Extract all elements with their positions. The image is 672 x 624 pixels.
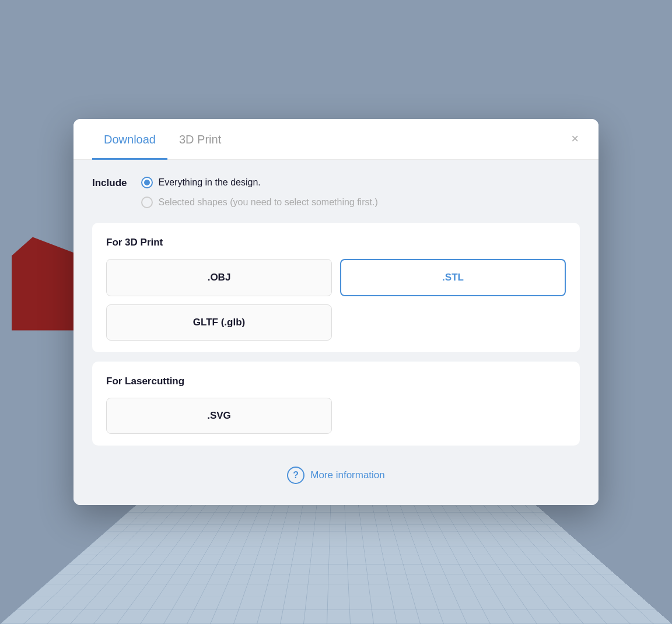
section-lasercutting-title: For Lasercutting xyxy=(106,376,566,387)
dialog-overlay: Download 3D Print × Include Everything i… xyxy=(74,119,598,506)
radio-option-everything[interactable]: Everything in the design. xyxy=(141,176,378,189)
section-3d-print: For 3D Print .OBJ .STL GLTF (.glb) xyxy=(92,223,580,352)
radio-label-everything: Everything in the design. xyxy=(159,176,261,189)
dialog-body: Include Everything in the design. Select… xyxy=(74,160,598,506)
section-lasercutting: For Lasercutting .SVG xyxy=(92,362,580,446)
include-section: Include Everything in the design. Select… xyxy=(92,176,580,209)
tab-download[interactable]: Download xyxy=(92,119,167,160)
dialog: Download 3D Print × Include Everything i… xyxy=(74,119,598,506)
format-grid-3d: .OBJ .STL GLTF (.glb) xyxy=(106,259,566,341)
format-btn-stl[interactable]: .STL xyxy=(340,259,566,296)
radio-group: Everything in the design. Selected shape… xyxy=(141,176,378,209)
format-btn-gltf[interactable]: GLTF (.glb) xyxy=(106,304,332,341)
format-btn-obj[interactable]: .OBJ xyxy=(106,259,332,296)
radio-selected[interactable] xyxy=(141,197,153,208)
format-btn-svg[interactable]: .SVG xyxy=(106,398,332,434)
radio-option-selected[interactable]: Selected shapes (you need to select some… xyxy=(141,196,378,209)
include-label: Include xyxy=(92,176,127,189)
radio-everything[interactable] xyxy=(141,177,153,188)
radio-label-selected: Selected shapes (you need to select some… xyxy=(159,196,378,209)
more-info-section[interactable]: ? More information xyxy=(92,455,580,486)
format-grid-laser: .SVG xyxy=(106,398,566,434)
more-info-text: More information xyxy=(310,469,385,481)
dialog-header: Download 3D Print × xyxy=(74,119,598,160)
section-3d-print-title: For 3D Print xyxy=(106,237,566,248)
tab-3dprint[interactable]: 3D Print xyxy=(167,119,233,160)
close-button[interactable]: × xyxy=(568,129,582,149)
more-info-icon: ? xyxy=(287,467,304,484)
